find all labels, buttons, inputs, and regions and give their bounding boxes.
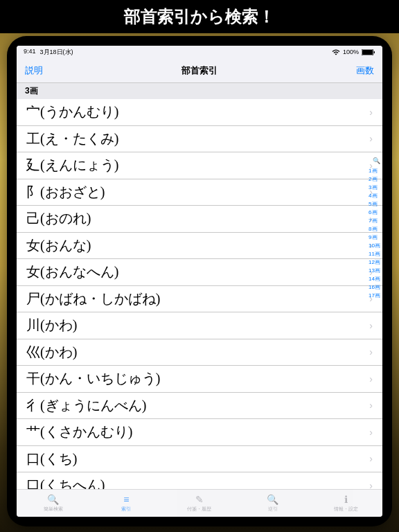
list-item-label: 女(おんな) [26,236,91,255]
list-item-label: 川(かわ) [26,316,77,335]
list-item[interactable]: 口(くち)› [17,446,382,473]
index-item[interactable]: 7画 [369,217,382,225]
nav-left-button[interactable]: 説明 [25,64,43,77]
list-item-label: 己(おのれ) [26,209,91,228]
chevron-right-icon: › [369,427,373,438]
index-item[interactable]: 1画 [369,167,382,175]
tablet-frame: 9:41 3月18日(水) 100% 説明 部首索引 画数 3画 宀(うかんむり… [7,36,392,526]
list-item-label: 干(かん・いちじゅう) [26,369,160,388]
nav-title: 部首索引 [181,64,218,77]
banner-text: 部首索引から検索！ [124,6,275,28]
list-item[interactable]: 川(かわ)› [17,312,382,339]
list-item[interactable]: 口(くちへん)› [17,472,382,489]
promo-banner: 部首索引から検索！ [0,0,399,33]
index-item[interactable]: 6画 [369,209,382,217]
chevron-right-icon: › [369,346,373,357]
list-item-label: 口(くち) [26,450,77,468]
radical-list: 宀(うかんむり)›工(え・たくみ)›廴(えんにょう)›阝(おおざと)›己(おのれ… [17,99,382,489]
list-item[interactable]: 阝(おおざと)› [17,179,382,206]
index-item[interactable]: 13画 [369,267,382,275]
list-item-label: 彳(ぎょうにんべん) [26,396,146,415]
tablet-screen: 9:41 3月18日(水) 100% 説明 部首索引 画数 3画 宀(うかんむり… [17,46,382,517]
status-time: 9:41 [24,48,36,57]
svg-rect-2 [374,51,375,53]
battery-icon [362,49,375,55]
tab-label: 簡単検索 [44,506,63,513]
section-header: 3画 [17,83,382,99]
index-item[interactable]: 16画 [369,283,382,292]
list-item[interactable]: 彳(ぎょうにんべん)› [17,393,382,420]
wifi-icon [332,49,340,55]
tab-icon: ℹ [344,494,348,505]
tab-item[interactable]: 🔍逆引 [236,490,310,517]
stroke-index-bar[interactable]: 🔍 1画2画3画4画5画6画7画8画9画10画11画12画13画14画16画17… [369,157,382,300]
chevron-right-icon: › [369,107,373,118]
tab-label: 付箋・履歴 [187,506,211,513]
index-item[interactable]: 10画 [369,242,382,250]
tab-label: 逆引 [268,506,278,513]
list-item[interactable]: 廴(えんにょう)› [17,152,382,179]
chevron-right-icon: › [369,480,373,489]
index-item[interactable]: 5画 [369,200,382,209]
list-item-label: 廴(えんにょう) [26,156,118,175]
status-bar: 9:41 3月18日(水) 100% [17,46,382,58]
tab-bar: 🔍簡単検索≡索引✎付箋・履歴🔍逆引ℹ情報・設定 [17,489,382,517]
list-item[interactable]: 女(おんな)› [17,233,382,260]
index-item[interactable]: 12画 [369,258,382,267]
list-item[interactable]: 艹(くさかんむり)› [17,419,382,446]
list-item[interactable]: 巛(かわ)› [17,339,382,366]
tab-label: 索引 [121,506,131,513]
list-item[interactable]: 宀(うかんむり)› [17,99,382,126]
chevron-right-icon: › [369,133,373,144]
list-item-label: 宀(うかんむり) [26,103,118,121]
index-item[interactable]: 2画 [369,175,382,184]
tab-item[interactable]: ℹ情報・設定 [309,490,382,517]
index-search-icon[interactable]: 🔍 [373,157,382,166]
list-item-label: 工(え・たくみ) [26,130,118,148]
tab-item[interactable]: ≡索引 [90,490,163,517]
status-date: 3月18日(水) [40,48,73,57]
chevron-right-icon: › [369,373,373,384]
nav-bar: 説明 部首索引 画数 [17,58,382,83]
tab-icon: 🔍 [267,494,278,505]
tab-icon: ≡ [123,494,129,505]
svg-rect-1 [362,50,373,55]
index-item[interactable]: 4画 [369,192,382,200]
index-item[interactable]: 9画 [369,233,382,242]
index-item[interactable]: 14画 [369,275,382,283]
list-item[interactable]: 干(かん・いちじゅう)› [17,366,382,393]
list-item[interactable]: 女(おんなへん)› [17,259,382,286]
list-item[interactable]: 己(おのれ)› [17,206,382,233]
tab-item[interactable]: 🔍簡単検索 [17,490,90,517]
tab-label: 情報・設定 [334,506,358,513]
nav-right-button[interactable]: 画数 [356,64,374,77]
chevron-right-icon: › [369,400,373,411]
index-item[interactable]: 17画 [369,292,382,300]
list-item-label: 口(くちへん) [26,476,105,489]
tab-icon: 🔍 [47,494,59,505]
index-item[interactable]: 8画 [369,225,382,233]
list-item-label: 尸(かばね・しかばね) [26,290,160,308]
list-item-label: 阝(おおざと) [26,183,105,202]
tab-icon: ✎ [195,494,204,505]
list-item-label: 女(おんなへん) [26,263,118,281]
list-item[interactable]: 工(え・たくみ)› [17,126,382,153]
list-item[interactable]: 尸(かばね・しかばね)› [17,286,382,313]
chevron-right-icon: › [369,320,373,331]
tab-item[interactable]: ✎付箋・履歴 [163,490,236,517]
list-item-label: 巛(かわ) [26,343,77,362]
index-item[interactable]: 11画 [369,250,382,258]
list-item-label: 艹(くさかんむり) [26,423,132,441]
battery-percent: 100% [343,48,359,55]
chevron-right-icon: › [369,453,373,464]
index-item[interactable]: 3画 [369,184,382,192]
